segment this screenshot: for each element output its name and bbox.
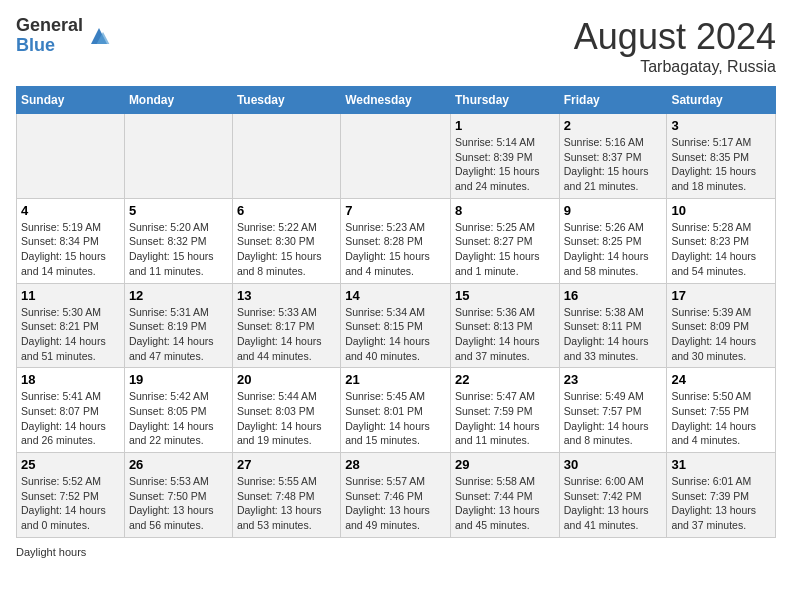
day-info: Sunrise: 5:44 AM Sunset: 8:03 PM Dayligh… bbox=[237, 389, 336, 448]
calendar-week-row: 18Sunrise: 5:41 AM Sunset: 8:07 PM Dayli… bbox=[17, 368, 776, 453]
day-number: 2 bbox=[564, 118, 663, 133]
day-number: 6 bbox=[237, 203, 336, 218]
day-info: Sunrise: 5:17 AM Sunset: 8:35 PM Dayligh… bbox=[671, 135, 771, 194]
day-number: 4 bbox=[21, 203, 120, 218]
day-info: Sunrise: 6:01 AM Sunset: 7:39 PM Dayligh… bbox=[671, 474, 771, 533]
day-info: Sunrise: 5:30 AM Sunset: 8:21 PM Dayligh… bbox=[21, 305, 120, 364]
calendar-cell bbox=[17, 114, 125, 199]
calendar-cell: 1Sunrise: 5:14 AM Sunset: 8:39 PM Daylig… bbox=[450, 114, 559, 199]
day-info: Sunrise: 5:58 AM Sunset: 7:44 PM Dayligh… bbox=[455, 474, 555, 533]
header-day: Monday bbox=[124, 87, 232, 114]
day-info: Sunrise: 5:57 AM Sunset: 7:46 PM Dayligh… bbox=[345, 474, 446, 533]
calendar-cell: 3Sunrise: 5:17 AM Sunset: 8:35 PM Daylig… bbox=[667, 114, 776, 199]
calendar-cell: 7Sunrise: 5:23 AM Sunset: 8:28 PM Daylig… bbox=[341, 198, 451, 283]
calendar-cell: 26Sunrise: 5:53 AM Sunset: 7:50 PM Dayli… bbox=[124, 453, 232, 538]
logo-text: General Blue bbox=[16, 16, 83, 56]
calendar-cell: 8Sunrise: 5:25 AM Sunset: 8:27 PM Daylig… bbox=[450, 198, 559, 283]
day-number: 31 bbox=[671, 457, 771, 472]
day-info: Sunrise: 5:31 AM Sunset: 8:19 PM Dayligh… bbox=[129, 305, 228, 364]
calendar-cell: 6Sunrise: 5:22 AM Sunset: 8:30 PM Daylig… bbox=[232, 198, 340, 283]
day-info: Sunrise: 5:49 AM Sunset: 7:57 PM Dayligh… bbox=[564, 389, 663, 448]
calendar-cell: 21Sunrise: 5:45 AM Sunset: 8:01 PM Dayli… bbox=[341, 368, 451, 453]
logo-icon bbox=[87, 24, 111, 48]
header-day: Thursday bbox=[450, 87, 559, 114]
calendar-cell: 24Sunrise: 5:50 AM Sunset: 7:55 PM Dayli… bbox=[667, 368, 776, 453]
day-info: Sunrise: 5:23 AM Sunset: 8:28 PM Dayligh… bbox=[345, 220, 446, 279]
day-number: 16 bbox=[564, 288, 663, 303]
calendar-cell: 27Sunrise: 5:55 AM Sunset: 7:48 PM Dayli… bbox=[232, 453, 340, 538]
day-info: Sunrise: 5:39 AM Sunset: 8:09 PM Dayligh… bbox=[671, 305, 771, 364]
day-info: Sunrise: 5:14 AM Sunset: 8:39 PM Dayligh… bbox=[455, 135, 555, 194]
calendar-table: SundayMondayTuesdayWednesdayThursdayFrid… bbox=[16, 86, 776, 538]
calendar-cell: 11Sunrise: 5:30 AM Sunset: 8:21 PM Dayli… bbox=[17, 283, 125, 368]
calendar-cell: 10Sunrise: 5:28 AM Sunset: 8:23 PM Dayli… bbox=[667, 198, 776, 283]
day-info: Sunrise: 5:52 AM Sunset: 7:52 PM Dayligh… bbox=[21, 474, 120, 533]
day-number: 15 bbox=[455, 288, 555, 303]
calendar-cell: 5Sunrise: 5:20 AM Sunset: 8:32 PM Daylig… bbox=[124, 198, 232, 283]
header-day: Tuesday bbox=[232, 87, 340, 114]
page-header: General Blue August 2024 Tarbagatay, Rus… bbox=[16, 16, 776, 76]
footer-note: Daylight hours bbox=[16, 546, 776, 558]
calendar-cell: 17Sunrise: 5:39 AM Sunset: 8:09 PM Dayli… bbox=[667, 283, 776, 368]
day-info: Sunrise: 5:16 AM Sunset: 8:37 PM Dayligh… bbox=[564, 135, 663, 194]
calendar-cell: 19Sunrise: 5:42 AM Sunset: 8:05 PM Dayli… bbox=[124, 368, 232, 453]
day-number: 27 bbox=[237, 457, 336, 472]
day-number: 26 bbox=[129, 457, 228, 472]
day-number: 21 bbox=[345, 372, 446, 387]
day-number: 18 bbox=[21, 372, 120, 387]
day-info: Sunrise: 5:47 AM Sunset: 7:59 PM Dayligh… bbox=[455, 389, 555, 448]
day-number: 14 bbox=[345, 288, 446, 303]
calendar-body: 1Sunrise: 5:14 AM Sunset: 8:39 PM Daylig… bbox=[17, 114, 776, 538]
day-info: Sunrise: 5:26 AM Sunset: 8:25 PM Dayligh… bbox=[564, 220, 663, 279]
day-number: 7 bbox=[345, 203, 446, 218]
day-number: 9 bbox=[564, 203, 663, 218]
day-number: 11 bbox=[21, 288, 120, 303]
day-info: Sunrise: 5:38 AM Sunset: 8:11 PM Dayligh… bbox=[564, 305, 663, 364]
header-day: Wednesday bbox=[341, 87, 451, 114]
day-number: 23 bbox=[564, 372, 663, 387]
calendar-cell: 31Sunrise: 6:01 AM Sunset: 7:39 PM Dayli… bbox=[667, 453, 776, 538]
calendar-cell: 2Sunrise: 5:16 AM Sunset: 8:37 PM Daylig… bbox=[559, 114, 667, 199]
day-info: Sunrise: 5:42 AM Sunset: 8:05 PM Dayligh… bbox=[129, 389, 228, 448]
day-number: 30 bbox=[564, 457, 663, 472]
day-number: 22 bbox=[455, 372, 555, 387]
calendar-cell: 15Sunrise: 5:36 AM Sunset: 8:13 PM Dayli… bbox=[450, 283, 559, 368]
day-info: Sunrise: 5:34 AM Sunset: 8:15 PM Dayligh… bbox=[345, 305, 446, 364]
day-info: Sunrise: 5:22 AM Sunset: 8:30 PM Dayligh… bbox=[237, 220, 336, 279]
calendar-cell: 29Sunrise: 5:58 AM Sunset: 7:44 PM Dayli… bbox=[450, 453, 559, 538]
title-block: August 2024 Tarbagatay, Russia bbox=[574, 16, 776, 76]
day-number: 28 bbox=[345, 457, 446, 472]
day-info: Sunrise: 5:20 AM Sunset: 8:32 PM Dayligh… bbox=[129, 220, 228, 279]
day-info: Sunrise: 6:00 AM Sunset: 7:42 PM Dayligh… bbox=[564, 474, 663, 533]
calendar-cell: 4Sunrise: 5:19 AM Sunset: 8:34 PM Daylig… bbox=[17, 198, 125, 283]
calendar-cell: 16Sunrise: 5:38 AM Sunset: 8:11 PM Dayli… bbox=[559, 283, 667, 368]
calendar-cell: 28Sunrise: 5:57 AM Sunset: 7:46 PM Dayli… bbox=[341, 453, 451, 538]
location-title: Tarbagatay, Russia bbox=[574, 58, 776, 76]
logo: General Blue bbox=[16, 16, 111, 56]
day-number: 13 bbox=[237, 288, 336, 303]
header-day: Saturday bbox=[667, 87, 776, 114]
calendar-cell: 23Sunrise: 5:49 AM Sunset: 7:57 PM Dayli… bbox=[559, 368, 667, 453]
calendar-cell: 9Sunrise: 5:26 AM Sunset: 8:25 PM Daylig… bbox=[559, 198, 667, 283]
day-number: 25 bbox=[21, 457, 120, 472]
day-number: 10 bbox=[671, 203, 771, 218]
calendar-header: SundayMondayTuesdayWednesdayThursdayFrid… bbox=[17, 87, 776, 114]
day-number: 3 bbox=[671, 118, 771, 133]
logo-general: General bbox=[16, 16, 83, 36]
day-info: Sunrise: 5:55 AM Sunset: 7:48 PM Dayligh… bbox=[237, 474, 336, 533]
header-row: SundayMondayTuesdayWednesdayThursdayFrid… bbox=[17, 87, 776, 114]
logo-blue: Blue bbox=[16, 36, 83, 56]
day-info: Sunrise: 5:33 AM Sunset: 8:17 PM Dayligh… bbox=[237, 305, 336, 364]
day-number: 20 bbox=[237, 372, 336, 387]
month-title: August 2024 bbox=[574, 16, 776, 58]
calendar-cell: 30Sunrise: 6:00 AM Sunset: 7:42 PM Dayli… bbox=[559, 453, 667, 538]
day-info: Sunrise: 5:36 AM Sunset: 8:13 PM Dayligh… bbox=[455, 305, 555, 364]
day-number: 24 bbox=[671, 372, 771, 387]
calendar-cell: 18Sunrise: 5:41 AM Sunset: 8:07 PM Dayli… bbox=[17, 368, 125, 453]
calendar-cell: 13Sunrise: 5:33 AM Sunset: 8:17 PM Dayli… bbox=[232, 283, 340, 368]
calendar-cell: 12Sunrise: 5:31 AM Sunset: 8:19 PM Dayli… bbox=[124, 283, 232, 368]
calendar-cell bbox=[341, 114, 451, 199]
calendar-cell: 25Sunrise: 5:52 AM Sunset: 7:52 PM Dayli… bbox=[17, 453, 125, 538]
calendar-week-row: 1Sunrise: 5:14 AM Sunset: 8:39 PM Daylig… bbox=[17, 114, 776, 199]
day-info: Sunrise: 5:50 AM Sunset: 7:55 PM Dayligh… bbox=[671, 389, 771, 448]
